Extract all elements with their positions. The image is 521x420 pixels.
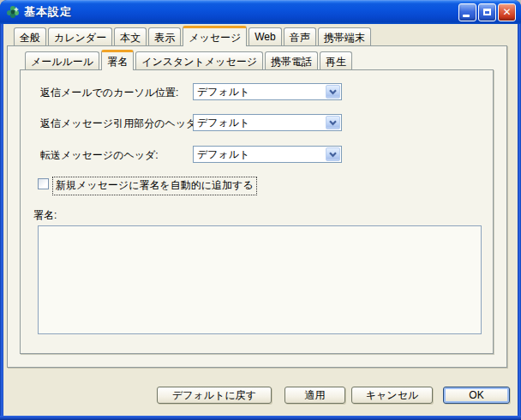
tab-calendar[interactable]: カレンダー xyxy=(48,27,112,45)
tab-display[interactable]: 表示 xyxy=(148,27,181,45)
window-title: 基本設定 xyxy=(24,4,458,20)
tab-mobile-device[interactable]: 携帯端末 xyxy=(318,27,371,45)
secondary-tab-strip: メールルール 署名 インスタントメッセージ 携帯電話 再生 xyxy=(25,51,352,70)
maximize-button[interactable] xyxy=(478,3,496,21)
tab-mobile-phone[interactable]: 携帯電話 xyxy=(265,51,318,69)
tab-playback[interactable]: 再生 xyxy=(320,51,352,69)
apply-button[interactable]: 適用 xyxy=(284,387,345,404)
ok-button[interactable]: OK xyxy=(443,387,510,404)
tab-mail-rules[interactable]: メールルール xyxy=(25,51,99,69)
auto-signature-label[interactable]: 新規メッセージに署名を自動的に追加する xyxy=(52,177,257,195)
auto-signature-checkbox[interactable] xyxy=(38,178,49,189)
minimize-button[interactable] xyxy=(458,3,476,21)
signature-label: 署名: xyxy=(33,208,57,223)
signature-tab-page: 返信メールでのカーソル位置: デフォルト 返信メッセージ引用部分のヘッダ: デフ… xyxy=(20,69,494,354)
chevron-down-icon[interactable] xyxy=(326,116,340,129)
close-icon: ✕ xyxy=(502,7,511,17)
dialog-client-area: 全般 カレンダー 本文 表示 メッセージ Web 音声 携帯端末 メールルール … xyxy=(3,24,518,416)
primary-tab-strip: 全般 カレンダー 本文 表示 メッセージ Web 音声 携帯端末 xyxy=(14,26,371,46)
tab-web[interactable]: Web xyxy=(249,27,281,45)
chevron-down-icon[interactable] xyxy=(326,147,340,161)
auto-signature-row: 新規メッセージに署名を自動的に追加する xyxy=(38,177,257,195)
minimize-icon xyxy=(463,15,470,17)
reply-cursor-label: 返信メールでのカーソル位置: xyxy=(40,86,178,100)
tab-instant-message[interactable]: インスタントメッセージ xyxy=(135,51,263,69)
reply-cursor-select[interactable]: デフォルト xyxy=(193,83,342,100)
window-border-right xyxy=(518,24,521,420)
chevron-down-icon[interactable] xyxy=(326,85,340,99)
forward-header-value: デフォルト xyxy=(194,147,325,162)
cancel-button[interactable]: キャンセル xyxy=(351,387,433,404)
message-tab-page: メールルール 署名 インスタントメッセージ 携帯電話 再生 返信メールでのカーソ… xyxy=(7,45,507,368)
reply-quote-header-label: 返信メッセージ引用部分のヘッダ: xyxy=(40,117,200,131)
tab-body[interactable]: 本文 xyxy=(114,27,147,45)
restore-defaults-button[interactable]: デフォルトに戻す xyxy=(157,387,272,404)
close-button[interactable]: ✕ xyxy=(498,3,516,21)
reply-quote-header-select[interactable]: デフォルト xyxy=(193,114,342,131)
window-border-bottom xyxy=(0,416,521,420)
signature-textarea[interactable] xyxy=(38,225,482,334)
reply-cursor-value: デフォルト xyxy=(194,85,325,99)
tab-general[interactable]: 全般 xyxy=(14,27,46,45)
app-flower-icon xyxy=(6,5,20,19)
tab-audio[interactable]: 音声 xyxy=(284,27,316,45)
reply-quote-header-value: デフォルト xyxy=(194,116,325,130)
forward-header-label: 転送メッセージのヘッダ: xyxy=(40,148,159,163)
forward-header-select[interactable]: デフォルト xyxy=(193,146,342,163)
tab-signature[interactable]: 署名 xyxy=(101,50,134,70)
maximize-icon xyxy=(483,9,491,15)
titlebar[interactable]: 基本設定 ✕ xyxy=(0,0,521,24)
tab-message[interactable]: メッセージ xyxy=(183,26,247,46)
preferences-dialog: 基本設定 ✕ 全般 カレンダー 本文 表示 メッセージ Web 音声 携帯端末 … xyxy=(0,0,521,420)
